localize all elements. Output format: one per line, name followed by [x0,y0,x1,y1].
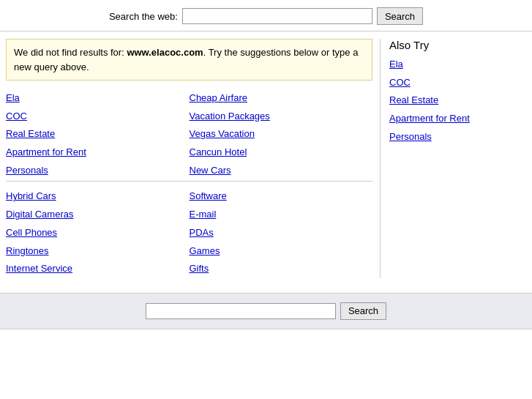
also-try-links: ElaCOCReal EstateApartment for RentPerso… [389,56,526,146]
list-item[interactable]: COC [389,74,526,92]
links-group1-col2: Cheap AirfareVacation PackagesVegas Vaca… [190,89,373,179]
links-group2: Hybrid CarsDigital CamerasCell PhonesRin… [6,187,372,277]
list-item[interactable]: Hybrid Cars [6,187,190,206]
list-item[interactable]: Games [190,242,373,261]
list-item[interactable]: Ela [389,56,526,74]
list-item[interactable]: Cheap Airfare [190,89,373,108]
list-item[interactable]: Ringtones [6,242,190,261]
list-item[interactable]: Ela [6,89,190,108]
bottom-search-button[interactable]: Search [340,302,386,320]
left-panel: We did not find results for: www.elacoc.… [6,39,380,278]
list-item[interactable]: Cancun Hotel [190,143,373,162]
top-search-input[interactable] [182,8,372,24]
list-item[interactable]: PDAs [190,224,373,242]
info-box: We did not find results for: www.elacoc.… [6,39,372,81]
bottom-search-bar: Search [0,293,532,329]
list-item[interactable]: COC [6,108,190,126]
list-item[interactable]: Cell Phones [6,224,190,242]
info-prefix: We did not find results for: [14,47,127,58]
right-panel: Also Try ElaCOCReal EstateApartment for … [380,39,526,278]
list-item[interactable]: Apartment for Rent [6,143,190,162]
links-group2-col1: Hybrid CarsDigital CamerasCell PhonesRin… [6,187,190,277]
list-item[interactable]: Personals [389,128,526,146]
list-item[interactable]: New Cars [190,162,373,180]
also-try-title: Also Try [389,39,526,51]
list-item[interactable]: Internet Service [6,260,190,278]
list-item[interactable]: Real Estate [389,92,526,110]
list-item[interactable]: Personals [6,162,190,180]
links-group1-col1: ElaCOCReal EstateApartment for RentPerso… [6,89,190,179]
links-group2-col2: SoftwareE-mailPDAsGamesGifts [190,187,373,277]
list-item[interactable]: Apartment for Rent [389,110,526,128]
main-content: We did not find results for: www.elacoc.… [0,31,532,286]
top-search-bar: Search the web: Search [0,0,532,31]
list-item[interactable]: Software [190,187,373,206]
list-item[interactable]: E-mail [190,206,373,224]
list-item[interactable]: Digital Cameras [6,206,190,224]
bottom-search-input[interactable] [146,303,336,319]
list-item[interactable]: Vegas Vacation [190,125,373,143]
section-divider [6,181,372,187]
info-domain: www.elacoc.com [127,47,203,58]
list-item[interactable]: Gifts [190,260,373,278]
search-label: Search the web: [109,11,178,22]
top-search-button[interactable]: Search [377,7,423,25]
list-item[interactable]: Vacation Packages [190,108,373,126]
links-group1: ElaCOCReal EstateApartment for RentPerso… [6,89,372,179]
list-item[interactable]: Real Estate [6,125,190,143]
